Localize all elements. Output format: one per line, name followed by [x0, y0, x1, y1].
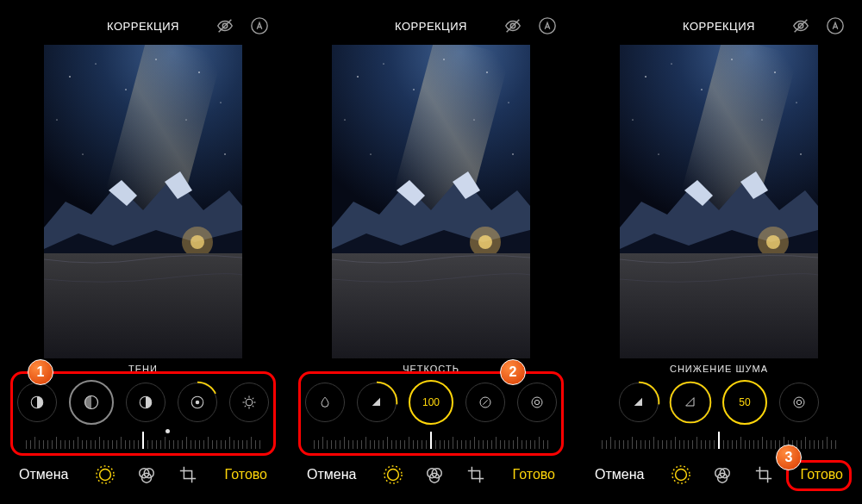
filters-tab-icon[interactable] — [713, 465, 732, 484]
svg-point-85 — [794, 397, 804, 408]
svg-point-14 — [185, 119, 186, 120]
svg-rect-17 — [44, 253, 242, 358]
svg-point-33 — [100, 470, 111, 481]
svg-point-48 — [508, 102, 509, 103]
svg-point-5 — [69, 76, 71, 78]
svg-point-47 — [486, 72, 488, 73]
svg-point-72 — [701, 89, 702, 90]
bottom-bar: Отмена Готово — [293, 453, 569, 496]
svg-point-86 — [796, 400, 801, 404]
auto-icon[interactable] — [538, 16, 557, 35]
dial-shadows[interactable] — [69, 380, 114, 425]
dial-definition[interactable] — [671, 383, 710, 422]
dial-row: 50 — [581, 377, 857, 427]
dial-contrast[interactable] — [126, 383, 166, 422]
svg-point-77 — [800, 153, 801, 154]
svg-point-54 — [478, 235, 492, 249]
bottom-bar: Отмена Готово — [5, 453, 281, 496]
svg-point-79 — [761, 119, 762, 120]
svg-point-59 — [534, 400, 539, 404]
dial-definition[interactable]: 100 — [409, 380, 453, 425]
dial-value: 50 — [739, 396, 750, 408]
done-button[interactable]: Готово — [225, 467, 267, 482]
eye-off-icon[interactable] — [216, 16, 234, 35]
crop-tab-icon[interactable] — [466, 465, 485, 484]
dial-sharpness[interactable] — [619, 383, 659, 422]
svg-point-40 — [540, 18, 555, 34]
filters-tab-icon[interactable] — [425, 465, 444, 484]
svg-point-22 — [196, 401, 200, 405]
crop-tab-icon[interactable] — [178, 465, 197, 484]
adjustment-name: ЧЕТКОСТЬ — [293, 358, 569, 377]
header-icons — [216, 16, 269, 35]
step-badge-3: 3 — [776, 445, 802, 470]
eye-off-icon[interactable] — [503, 16, 522, 35]
dial-vignette[interactable] — [779, 383, 819, 422]
svg-line-32 — [253, 398, 254, 400]
svg-point-81 — [766, 235, 780, 249]
svg-point-52 — [473, 119, 474, 120]
dial-sharpness[interactable] — [357, 383, 397, 422]
auto-icon[interactable] — [826, 16, 845, 35]
done-button[interactable]: Готово — [801, 467, 843, 482]
svg-point-71 — [671, 63, 671, 64]
svg-point-8 — [56, 119, 57, 120]
svg-point-87 — [676, 470, 687, 481]
step-badge-1: 1 — [28, 359, 53, 385]
svg-point-51 — [443, 59, 444, 59]
done-button[interactable]: Готово — [513, 467, 555, 482]
adjust-tab-icon[interactable] — [96, 465, 115, 484]
svg-point-60 — [388, 470, 399, 481]
adjustment-name: СНИЖЕНИЕ ШУМА — [581, 358, 857, 377]
svg-point-75 — [796, 102, 796, 103]
dial-value: 100 — [422, 396, 440, 408]
screen-3: КОРРЕКЦИЯ СНИЖЕНИЕ ШУМА 50 Отмена — [581, 7, 857, 496]
dial-row — [5, 377, 281, 427]
screen-1: КОРРЕКЦИЯ — [5, 7, 281, 496]
svg-point-2 — [252, 18, 267, 34]
filters-tab-icon[interactable] — [137, 465, 156, 484]
dial-saturation[interactable] — [305, 383, 345, 422]
svg-point-67 — [828, 18, 843, 34]
step-badge-2: 2 — [500, 359, 526, 385]
svg-rect-55 — [332, 253, 530, 358]
svg-line-30 — [253, 406, 254, 408]
dial-vignette[interactable] — [517, 383, 557, 422]
svg-point-13 — [155, 59, 156, 59]
dial-blackpoint[interactable] — [229, 383, 269, 422]
svg-point-78 — [731, 59, 732, 59]
cancel-button[interactable]: Отмена — [19, 467, 68, 482]
dial-highlights[interactable] — [17, 383, 57, 422]
adjust-tab-icon[interactable] — [384, 465, 403, 484]
triptych: КОРРЕКЦИЯ — [0, 0, 862, 504]
svg-point-11 — [82, 153, 83, 154]
svg-point-70 — [645, 76, 646, 78]
dial-brightness[interactable] — [178, 383, 217, 422]
adjust-tab-icon[interactable] — [671, 465, 690, 484]
svg-point-49 — [370, 153, 371, 154]
dial-noise[interactable]: 50 — [722, 380, 767, 425]
cancel-button[interactable]: Отмена — [307, 467, 356, 482]
photo-preview[interactable] — [332, 45, 530, 358]
svg-point-76 — [658, 153, 659, 154]
eye-off-icon[interactable] — [791, 16, 810, 35]
svg-point-74 — [774, 72, 776, 73]
auto-icon[interactable] — [250, 16, 269, 35]
photo-preview[interactable] — [620, 45, 818, 358]
svg-point-6 — [95, 63, 96, 64]
value-ruler[interactable] — [293, 427, 569, 453]
svg-point-9 — [198, 72, 200, 73]
svg-point-44 — [383, 63, 384, 64]
dial-noise[interactable] — [465, 383, 505, 422]
header: КОРРЕКЦИЯ — [293, 7, 569, 45]
cancel-button[interactable]: Отмена — [595, 467, 644, 482]
header-icons — [503, 16, 557, 35]
svg-point-73 — [632, 119, 633, 120]
svg-point-43 — [357, 76, 359, 78]
crop-tab-icon[interactable] — [754, 465, 773, 484]
screen-2: КОРРЕКЦИЯ ЧЕТКОСТЬ 100 Отмена — [293, 7, 569, 496]
value-ruler[interactable] — [5, 427, 281, 453]
value-ruler[interactable] — [581, 427, 857, 453]
dial-row: 100 — [293, 377, 569, 427]
photo-preview[interactable] — [44, 45, 242, 358]
